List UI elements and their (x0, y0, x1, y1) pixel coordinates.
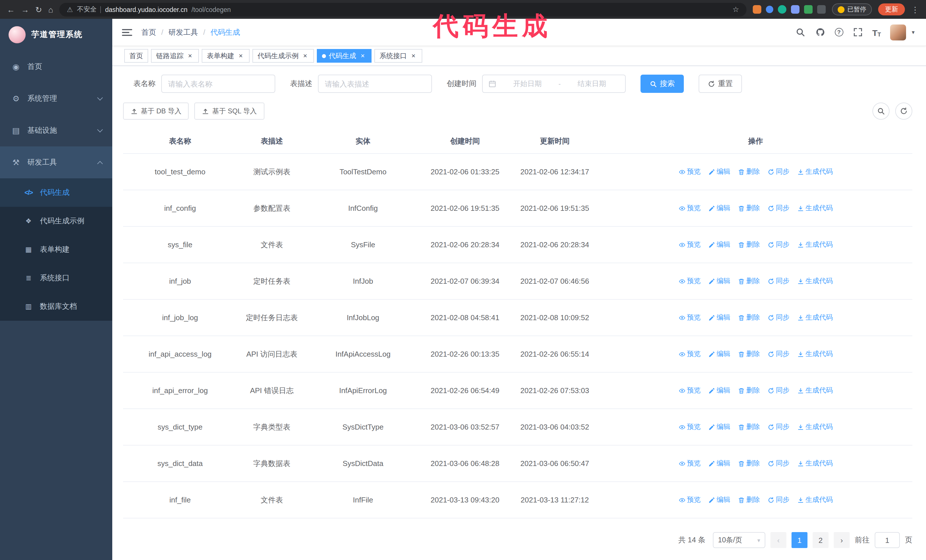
date-range-picker[interactable]: 开始日期 - 结束日期 (482, 75, 626, 93)
close-icon[interactable]: × (359, 52, 366, 60)
font-size-icon[interactable]: TT (872, 27, 881, 38)
generate-code-link[interactable]: 生成代码 (797, 495, 833, 505)
app-logo[interactable]: 芋道管理系统 (0, 19, 112, 51)
refresh-table-icon[interactable] (895, 103, 912, 120)
tab-codegen-example[interactable]: 代码生成示例 × (253, 49, 314, 63)
preview-link[interactable]: 预览 (678, 203, 701, 213)
extension-icon[interactable] (791, 5, 799, 14)
close-icon[interactable]: × (186, 52, 194, 60)
reset-button[interactable]: 重置 (699, 75, 742, 93)
edit-link[interactable]: 编辑 (708, 276, 730, 286)
extension-icon[interactable] (804, 5, 813, 14)
sidebar-item-system-api[interactable]: ≣ 系统接口 (0, 264, 112, 292)
sync-link[interactable]: 同步 (767, 495, 790, 505)
update-button[interactable]: 更新 (878, 3, 905, 15)
page-button-1[interactable]: 1 (791, 532, 808, 548)
close-icon[interactable]: × (410, 52, 417, 60)
sidebar-item-infrastructure[interactable]: ▤ 基础设施 (0, 115, 112, 146)
extension-icon[interactable] (817, 5, 826, 14)
fullscreen-icon[interactable] (852, 27, 863, 38)
sidebar-item-codegen-example[interactable]: ❖ 代码生成示例 (0, 207, 112, 235)
delete-link[interactable]: 删除 (738, 495, 760, 505)
import-sql-button[interactable]: 基于 SQL 导入 (195, 103, 264, 120)
preview-link[interactable]: 预览 (678, 349, 701, 359)
delete-link[interactable]: 删除 (738, 276, 760, 286)
sidebar-item-system-mgmt[interactable]: ⚙ 系统管理 (0, 83, 112, 115)
bookmark-star-icon[interactable]: ☆ (732, 5, 739, 14)
paused-badge[interactable]: 已暂停 (832, 3, 872, 15)
generate-code-link[interactable]: 生成代码 (797, 459, 833, 468)
close-icon[interactable]: × (237, 52, 244, 60)
preview-link[interactable]: 预览 (678, 313, 701, 323)
preview-link[interactable]: 预览 (678, 240, 701, 249)
sync-link[interactable]: 同步 (767, 240, 790, 249)
sync-link[interactable]: 同步 (767, 349, 790, 359)
generate-code-link[interactable]: 生成代码 (797, 276, 833, 286)
tab-form-builder[interactable]: 表单构建 × (202, 49, 250, 63)
github-icon[interactable] (815, 27, 825, 38)
user-avatar[interactable] (890, 24, 906, 40)
delete-link[interactable]: 删除 (738, 386, 760, 395)
sidebar-item-codegen[interactable]: </> 代码生成 (0, 178, 112, 207)
home-icon[interactable]: ⌂ (48, 5, 53, 14)
import-db-button[interactable]: 基于 DB 导入 (123, 103, 189, 120)
generate-code-link[interactable]: 生成代码 (797, 167, 833, 177)
edit-link[interactable]: 编辑 (708, 495, 730, 505)
generate-code-link[interactable]: 生成代码 (797, 203, 833, 213)
breadcrumb-home[interactable]: 首页 (141, 27, 156, 37)
table-desc-input[interactable] (318, 75, 432, 93)
hamburger-icon[interactable] (122, 29, 132, 36)
generate-code-link[interactable]: 生成代码 (797, 240, 833, 249)
delete-link[interactable]: 删除 (738, 459, 760, 468)
delete-link[interactable]: 删除 (738, 203, 760, 213)
edit-link[interactable]: 编辑 (708, 349, 730, 359)
edit-link[interactable]: 编辑 (708, 167, 730, 177)
sync-link[interactable]: 同步 (767, 276, 790, 286)
edit-link[interactable]: 编辑 (708, 386, 730, 395)
tab-trace[interactable]: 链路追踪 × (151, 49, 199, 63)
preview-link[interactable]: 预览 (678, 422, 701, 432)
generate-code-link[interactable]: 生成代码 (797, 313, 833, 323)
preview-link[interactable]: 预览 (678, 459, 701, 468)
delete-link[interactable]: 删除 (738, 349, 760, 359)
extension-icon[interactable] (766, 6, 773, 13)
tab-codegen[interactable]: 代码生成 × (317, 49, 372, 63)
edit-link[interactable]: 编辑 (708, 422, 730, 432)
toggle-search-icon[interactable] (872, 103, 890, 120)
back-icon[interactable]: ← (7, 5, 15, 14)
breadcrumb-dev-tools[interactable]: 研发工具 (168, 27, 198, 37)
edit-link[interactable]: 编辑 (708, 203, 730, 213)
help-icon[interactable]: ? (835, 28, 843, 36)
browser-menu-icon[interactable]: ⋮ (911, 5, 919, 14)
forward-icon[interactable]: → (21, 5, 29, 14)
edit-link[interactable]: 编辑 (708, 459, 730, 468)
preview-link[interactable]: 预览 (678, 276, 701, 286)
sync-link[interactable]: 同步 (767, 313, 790, 323)
sync-link[interactable]: 同步 (767, 386, 790, 395)
page-button-2[interactable]: 2 (813, 532, 829, 548)
extension-icon[interactable] (753, 5, 761, 14)
edit-link[interactable]: 编辑 (708, 313, 730, 323)
delete-link[interactable]: 删除 (738, 240, 760, 249)
delete-link[interactable]: 删除 (738, 313, 760, 323)
sync-link[interactable]: 同步 (767, 422, 790, 432)
sync-link[interactable]: 同步 (767, 203, 790, 213)
goto-page-input[interactable] (875, 532, 900, 548)
sync-link[interactable]: 同步 (767, 459, 790, 468)
sidebar-item-home[interactable]: ◉ 首页 (0, 51, 112, 83)
search-icon[interactable] (794, 27, 805, 38)
sidebar-item-dev-tools[interactable]: ⚒ 研发工具 (0, 146, 112, 178)
delete-link[interactable]: 删除 (738, 167, 760, 177)
tab-system-api[interactable]: 系统接口 × (374, 49, 422, 63)
generate-code-link[interactable]: 生成代码 (797, 386, 833, 395)
preview-link[interactable]: 预览 (678, 386, 701, 395)
page-size-select[interactable]: 10条/页 ▾ (713, 532, 765, 548)
preview-link[interactable]: 预览 (678, 495, 701, 505)
search-button[interactable]: 搜索 (640, 75, 684, 93)
generate-code-link[interactable]: 生成代码 (797, 349, 833, 359)
sidebar-item-form-builder[interactable]: ▦ 表单构建 (0, 235, 112, 264)
extension-icon[interactable] (778, 5, 787, 14)
tab-home[interactable]: 首页 (124, 49, 148, 63)
sync-link[interactable]: 同步 (767, 167, 790, 177)
close-icon[interactable]: × (301, 52, 309, 60)
